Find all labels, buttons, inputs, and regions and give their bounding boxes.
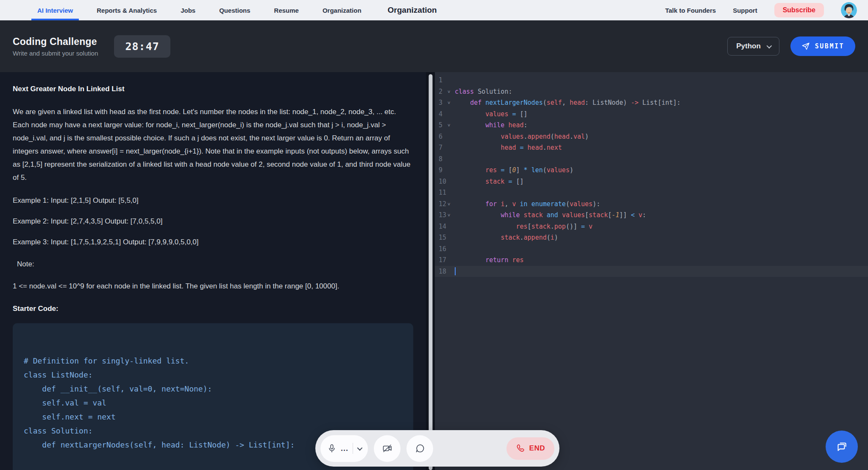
line-number: 14: [435, 223, 448, 230]
mic-group: ...: [320, 435, 368, 462]
microphone-button[interactable]: [327, 444, 337, 453]
nav-right: Talk to Founders Support Subscribe: [665, 0, 857, 20]
editor-line[interactable]: 7 head = head.next: [435, 142, 868, 154]
code-text: head = head.next: [455, 144, 562, 151]
nav-items: AI InterviewReports & AnalyticsJobsQuest…: [37, 0, 362, 20]
code-text: return res: [455, 256, 524, 264]
starter-code-line: # Definition for singly-linked list.: [24, 354, 402, 368]
microphone-icon: [327, 444, 337, 453]
line-number: 17: [435, 256, 448, 264]
editor-line[interactable]: 11: [435, 187, 868, 199]
submit-button[interactable]: SUBMIT: [790, 36, 855, 56]
starter-code-line: self.next = next: [24, 410, 402, 424]
line-number: 1: [435, 76, 448, 84]
double-chat-icon: [835, 439, 849, 454]
nav-item-resume[interactable]: Resume: [274, 0, 299, 20]
code-text: def nextLargerNodes(self, head: ListNode…: [455, 99, 681, 106]
editor-line[interactable]: 3˅ def nextLargerNodes(self, head: ListN…: [435, 97, 868, 109]
line-number: 15: [435, 234, 448, 241]
chat-fab-button[interactable]: [826, 431, 858, 463]
line-number: 16: [435, 245, 448, 253]
chevron-down-icon: [357, 445, 363, 450]
end-call-label: END: [529, 444, 545, 453]
line-number: 8: [435, 155, 448, 163]
editor-line[interactable]: 10 stack = []: [435, 176, 868, 187]
nav-item-reports-analytics[interactable]: Reports & Analytics: [97, 0, 157, 20]
camera-off-icon: [382, 443, 392, 453]
fold-chevron-icon[interactable]: ˅: [448, 213, 455, 218]
nav-link-talk-to-founders[interactable]: Talk to Founders: [665, 7, 716, 14]
more-options-button[interactable]: ...: [341, 445, 348, 452]
nav-item-ai-interview[interactable]: AI Interview: [37, 0, 73, 20]
controls-divider: [353, 443, 353, 454]
code-text: class Solution:: [455, 88, 512, 95]
countdown-timer: 28:47: [114, 35, 170, 58]
starter-code-label: Starter Code:: [13, 305, 413, 313]
editor-line[interactable]: 6 values.append(head.val): [435, 131, 868, 143]
line-number: 3: [435, 99, 448, 106]
panel-resize-handle[interactable]: [428, 74, 432, 470]
fold-chevron-icon[interactable]: ˅: [448, 123, 455, 128]
code-text: while head:: [455, 121, 528, 129]
user-avatar[interactable]: [841, 2, 857, 18]
nav-page-title: Organization: [388, 0, 437, 20]
editor-line[interactable]: 9 res = [0] * len(values): [435, 165, 868, 176]
editor-line[interactable]: 5˅ while head:: [435, 120, 868, 131]
example-1: Example 1: Input: [2,1,5] Output: [5,5,0…: [13, 196, 413, 205]
fold-chevron-icon[interactable]: ˅: [448, 201, 455, 207]
editor-line[interactable]: 14 res[stack.pop()] = v: [435, 221, 868, 232]
header-actions: Python SUBMIT: [727, 36, 855, 56]
chat-bubble-icon: [415, 443, 425, 453]
avatar-cartoon-icon: [841, 2, 857, 18]
code-text: res[stack.pop()] = v: [455, 223, 593, 230]
line-number: 7: [435, 144, 448, 151]
editor-line[interactable]: 1: [435, 75, 868, 86]
code-text: values = []: [455, 110, 528, 118]
editor-line[interactable]: 18: [435, 266, 868, 277]
end-call-button[interactable]: END: [506, 437, 554, 460]
subscribe-button[interactable]: Subscribe: [774, 3, 824, 17]
challenge-header: Coding Challenge Write and submit your s…: [0, 20, 868, 72]
phone-icon: [516, 444, 525, 453]
chat-button[interactable]: [406, 435, 433, 462]
code-text: while stack and values[stack[-1]] < v:: [455, 211, 646, 219]
nav-item-organization[interactable]: Organization: [323, 0, 362, 20]
starter-code-line: def __init__(self, val=0, next=None):: [24, 382, 402, 396]
fold-chevron-icon[interactable]: ˅: [448, 100, 455, 105]
code-text: [455, 267, 456, 275]
editor-line[interactable]: 4 values = []: [435, 109, 868, 120]
editor-line[interactable]: 15 stack.append(i): [435, 232, 868, 243]
page-title: Coding Challenge: [13, 36, 98, 48]
line-number: 12: [435, 200, 448, 208]
camera-toggle-button[interactable]: [374, 435, 401, 462]
code-text: stack.append(i): [455, 234, 558, 241]
call-controls-bar: ... END: [315, 430, 559, 467]
line-number: 18: [435, 268, 448, 275]
nav-item-jobs[interactable]: Jobs: [181, 0, 195, 20]
code-editor[interactable]: 12˅class Solution:3˅ def nextLargerNodes…: [435, 72, 868, 470]
editor-line[interactable]: 17 return res: [435, 255, 868, 266]
problem-panel: Next Greater Node In Linked List We are …: [0, 72, 426, 470]
editor-line[interactable]: 16: [435, 243, 868, 255]
nav-item-questions[interactable]: Questions: [219, 0, 250, 20]
editor-line[interactable]: 2˅class Solution:: [435, 86, 868, 98]
line-number: 11: [435, 189, 448, 196]
line-number: 2: [435, 88, 448, 95]
app-window: AI InterviewReports & AnalyticsJobsQuest…: [0, 0, 868, 470]
fold-chevron-icon[interactable]: ˅: [448, 89, 455, 94]
line-number: 13: [435, 211, 448, 219]
editor-line[interactable]: 13˅ while stack and values[stack[-1]] < …: [435, 210, 868, 221]
editor-line[interactable]: 12˅ for i, v in enumerate(values):: [435, 199, 868, 210]
example-2: Example 2: Input: [2,7,4,3,5] Output: [7…: [13, 217, 413, 226]
mic-dropdown-button[interactable]: [357, 447, 361, 450]
code-text: stack = []: [455, 178, 524, 185]
line-number: 10: [435, 178, 448, 185]
top-nav: AI InterviewReports & AnalyticsJobsQuest…: [0, 0, 868, 20]
line-number: 5: [435, 121, 448, 129]
editor-line[interactable]: 8: [435, 154, 868, 165]
send-icon: [801, 42, 810, 50]
nav-link-support[interactable]: Support: [733, 7, 757, 14]
chevron-down-icon: [766, 43, 772, 48]
language-select[interactable]: Python: [727, 37, 779, 56]
constraint-text: 1 <= node.val <= 10^9 for each node in t…: [13, 282, 413, 291]
